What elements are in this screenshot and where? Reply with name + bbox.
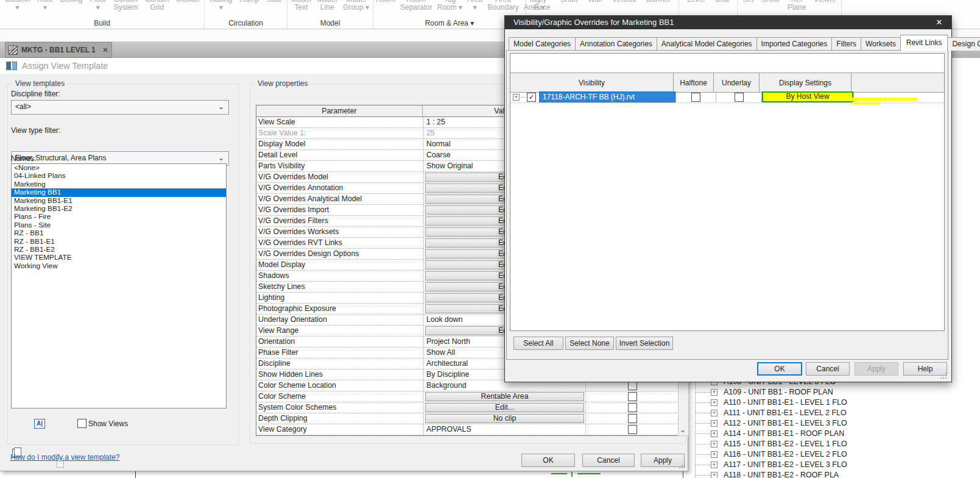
ribbon-tool[interactable]: Stair (264, 0, 284, 19)
cancel-button[interactable]: Cancel (582, 454, 635, 467)
expand-plus-icon[interactable] (711, 462, 717, 468)
expand-plus-icon[interactable] (711, 399, 717, 406)
vg-tab[interactable]: Model Categories (509, 37, 576, 51)
property-row[interactable]: Depth Clipping No clip No clip (256, 413, 679, 424)
vg-tab[interactable]: Annotation Categories (575, 37, 657, 51)
vg-tab[interactable]: Design Options (947, 37, 980, 51)
template-name-item[interactable]: RZ - BB1-E1 (12, 238, 226, 246)
ribbon-tool[interactable]: ModelLine (315, 0, 340, 19)
ribbon-tool[interactable]: CurtainSystem (111, 0, 140, 19)
ribbon-tool[interactable]: Room (373, 0, 398, 19)
underlay-checkbox[interactable] (735, 93, 744, 102)
sheet-tree-item[interactable]: A114 - UNIT BB1-E1 - ROOF PLAN (689, 429, 980, 439)
expand-plus-icon[interactable] (711, 451, 717, 458)
property-row[interactable]: System Color Schemes Edit... Edit... (256, 402, 679, 413)
ribbon-tool[interactable]: Column▾ (2, 0, 32, 19)
ribbon-tool[interactable]: Roof▾ (35, 0, 55, 19)
cancel-button[interactable]: Cancel (806, 362, 850, 376)
expand-plus-icon[interactable] (513, 94, 520, 101)
ribbon-tool[interactable]: CurtainGrid (143, 0, 171, 19)
ribbon-tool[interactable]: Railing▾ (207, 0, 234, 19)
property-row[interactable]: View Category APPROVALS APPROVALS (256, 424, 679, 435)
sheet-tree-item[interactable]: A118 - UNIT BB1-E2 - ROOF PLA (689, 470, 980, 478)
vg-dialog-titlebar[interactable]: Visibility/Graphic Overrides for Marketi… (505, 16, 951, 29)
vg-tab[interactable]: Revit Links (900, 35, 948, 51)
template-name-item[interactable]: RZ - BB1 (12, 229, 226, 237)
sheet-tree-item[interactable]: A117 - UNIT BB1-E2 - LEVEL 3 FLO (689, 460, 980, 470)
ribbon-tool[interactable]: Area▾ (465, 0, 485, 19)
ok-button[interactable]: OK (521, 454, 575, 467)
ribbon-tool[interactable]: Floor▾ (87, 0, 108, 19)
template-name-item[interactable]: Plans - Fire (12, 213, 226, 221)
apply-button[interactable]: Apply (855, 362, 898, 376)
template-name-item[interactable]: Marketing BB1 (12, 188, 226, 196)
select-none-button[interactable]: Select None (565, 337, 614, 350)
tab-close-icon[interactable]: ✕ (102, 46, 108, 54)
template-name-item[interactable]: Marketing BB1-E1 (12, 197, 226, 205)
template-name-item[interactable]: 04-Linked Plans (12, 172, 226, 180)
vg-tab[interactable]: Imported Categories (756, 37, 833, 51)
expand-plus-icon[interactable] (711, 472, 717, 478)
template-name-item[interactable]: RZ - BB1-E2 (12, 246, 226, 254)
template-name-item[interactable]: <None> (12, 164, 226, 172)
sheet-tree-item[interactable]: A110 - UNIT BB1-E1 - LEVEL 1 FLO (689, 398, 980, 408)
expand-plus-icon[interactable] (711, 441, 717, 448)
include-checkbox[interactable] (628, 414, 637, 423)
expand-plus-icon[interactable] (711, 420, 717, 427)
include-checkbox[interactable] (628, 381, 637, 390)
help-link[interactable]: How do I modify a view template? (10, 453, 119, 462)
resize-grip[interactable] (679, 462, 686, 469)
ribbon-tool[interactable]: ModelText (289, 0, 314, 19)
close-icon[interactable]: ✕ (932, 16, 947, 29)
display-settings-button[interactable]: By Host View (762, 91, 853, 102)
resize-grip[interactable] (940, 372, 947, 379)
show-views-checkbox[interactable] (77, 419, 86, 428)
ribbon-tool[interactable]: ModelGroup ▾ (340, 0, 372, 19)
link-visibility-checkbox[interactable] (527, 93, 536, 102)
select-all-button[interactable]: Select All (513, 337, 563, 350)
ribbon-panel-label[interactable]: Model (287, 19, 373, 29)
discipline-filter-select[interactable]: <all> (11, 100, 229, 115)
expand-plus-icon[interactable] (711, 430, 717, 437)
invert-selection-button[interactable]: Invert Selection (616, 337, 673, 350)
parameter-value-cell[interactable]: APPROVALS APPROVALS (424, 424, 586, 435)
vg-tab[interactable]: Worksets (861, 37, 901, 51)
template-name-item[interactable]: Marketing (12, 180, 226, 188)
ok-button[interactable]: OK (757, 362, 802, 376)
parameter-value-cell[interactable]: Rentable Area Rentable Area (424, 391, 586, 402)
ribbon-tool[interactable]: RoomSeparator (398, 0, 435, 19)
ribbon-tool[interactable]: Mullion (174, 0, 202, 19)
include-checkbox[interactable] (628, 403, 637, 412)
sheet-tree-item[interactable]: A116 - UNIT BB1-E2 - LEVEL 2 FLO (689, 449, 980, 460)
sheet-tree-item[interactable]: A112 - UNIT BB1-E1 - LEVEL 3 FLO (689, 418, 980, 429)
expand-plus-icon[interactable] (711, 389, 717, 396)
template-name-item[interactable]: Working View (12, 262, 226, 270)
template-name-item[interactable]: Marketing BB1-E2 (12, 205, 226, 213)
ribbon-tool[interactable]: TagRoom ▾ (435, 0, 465, 19)
vg-tab[interactable]: Filters (831, 37, 861, 51)
ribbon-tool[interactable]: Ceiling (58, 0, 85, 19)
parameter-value-cell[interactable]: No clip No clip (424, 413, 586, 424)
sheet-tree-item[interactable]: A109 - UNIT BB1 - ROOF PLAN (689, 387, 980, 398)
value-edit-button[interactable]: Rentable Area (425, 392, 584, 401)
sheet-tree-item[interactable]: A115 - UNIT BB1-E2 - LEVEL 1 FLO (689, 439, 980, 449)
sheet-tree-item[interactable]: A111 - UNIT BB1-E1 - LEVEL 2 FLO (689, 408, 980, 418)
parameter-value-cell[interactable]: Edit... Edit... (424, 402, 586, 413)
link-name[interactable]: 17118-ARCH-TF BB (HJ).rvt (539, 91, 675, 102)
ribbon-panel-label[interactable]: Circulation (205, 19, 287, 29)
tab-mktg-bb1-level-1[interactable]: MKTG - BB1 LEVEL 1 ✕ (5, 42, 112, 58)
scroll-down-icon[interactable]: ⌄ (679, 426, 687, 435)
include-checkbox[interactable] (628, 425, 637, 434)
ribbon-panel-label[interactable]: Build (0, 19, 204, 29)
rename-template-button[interactable]: A| (34, 419, 45, 429)
value-edit-button[interactable]: No clip (425, 414, 584, 423)
vg-tab[interactable]: Analytical Model Categories (657, 37, 757, 51)
property-row[interactable]: Color Scheme Rentable Area Rentable Area (256, 391, 679, 402)
template-name-item[interactable]: Plans - Site (12, 221, 226, 229)
template-name-item[interactable]: VIEW TEMPLATE (12, 254, 226, 262)
ribbon-panel-label[interactable]: Room & Area ▾ (373, 19, 526, 29)
include-checkbox[interactable] (628, 392, 637, 401)
value-edit-button[interactable]: Edit... (425, 403, 584, 412)
expand-plus-icon[interactable] (711, 410, 717, 416)
template-names-list[interactable]: <None> 04-Linked Plans Marketing Marketi… (11, 163, 227, 408)
